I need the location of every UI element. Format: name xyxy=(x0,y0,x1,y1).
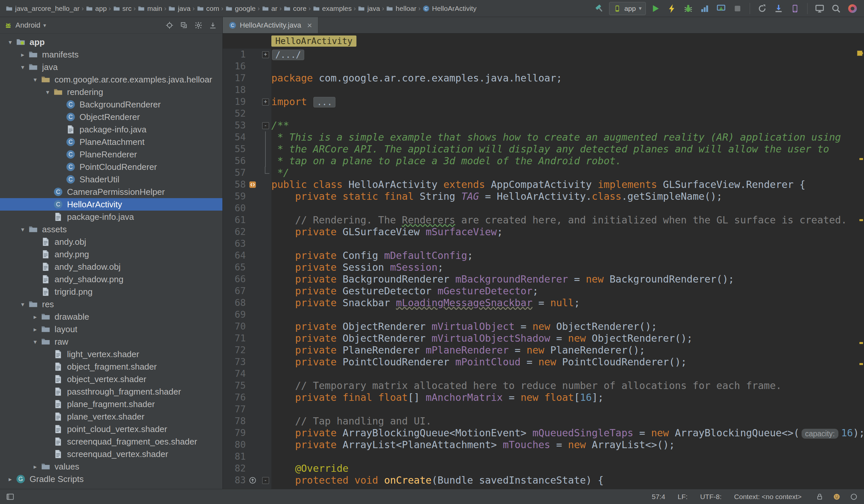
tab-close-icon[interactable] xyxy=(307,21,312,29)
code-line[interactable]: 67 private GestureDetector mGestureDetec… xyxy=(223,285,864,297)
code-text[interactable]: // Tap handling and UI. xyxy=(271,415,432,427)
device-monitor-icon[interactable] xyxy=(813,2,827,15)
toolwindow-toggle-icon[interactable] xyxy=(4,491,16,502)
line-number[interactable]: 59 xyxy=(223,191,246,202)
code-line[interactable]: 54 * This is a simple example that shows… xyxy=(223,131,864,143)
tree-item[interactable]: res xyxy=(0,298,223,311)
stop-icon[interactable] xyxy=(731,2,744,15)
code-text[interactable]: private Config mDefaultConfig; xyxy=(271,250,473,262)
breadcrumb-item[interactable]: java xyxy=(167,4,192,12)
expand-arrow-icon[interactable] xyxy=(17,51,28,59)
code-line[interactable]: 19import ... xyxy=(223,96,864,108)
code-text[interactable]: /.../ xyxy=(271,49,305,60)
code-text[interactable]: * tap on a plane to place a 3d model of … xyxy=(271,155,622,167)
code-text[interactable]: @Override xyxy=(271,463,349,475)
line-number[interactable]: 63 xyxy=(223,238,246,250)
code-line[interactable]: 68 private Snackbar mLoadingMessageSnack… xyxy=(223,297,864,309)
line-number[interactable]: 56 xyxy=(223,155,246,167)
line-number[interactable]: 78 xyxy=(223,415,246,427)
breadcrumb-current-class[interactable]: HelloArActivity xyxy=(271,35,357,47)
project-view-selector[interactable]: Android xyxy=(4,21,46,29)
code-line[interactable]: 52 xyxy=(223,108,864,120)
line-number[interactable]: 16 xyxy=(223,60,246,72)
code-text[interactable]: private static final String TAG = HelloA… xyxy=(271,191,722,202)
tree-item[interactable]: drawable xyxy=(0,311,223,323)
code-line[interactable]: 76 private final float[] mAnchorMatrix =… xyxy=(223,392,864,404)
breadcrumb-item[interactable]: src xyxy=(112,4,133,12)
line-number[interactable]: 73 xyxy=(223,356,246,368)
code-text[interactable]: * This is a simple example that shows ho… xyxy=(271,131,841,143)
code-line[interactable]: 66 private BackgroundRenderer mBackgroun… xyxy=(223,273,864,285)
line-number[interactable]: 1 xyxy=(223,49,246,60)
line-number[interactable]: 57 xyxy=(223,167,246,179)
code-line[interactable]: 73 private PointCloudRenderer mPointClou… xyxy=(223,356,864,368)
code-text[interactable]: private ArrayList<PlaneAttachment> mTouc… xyxy=(271,439,675,451)
expand-arrow-icon[interactable] xyxy=(29,338,41,346)
line-number[interactable]: 58 xyxy=(223,179,246,191)
tree-item[interactable]: package-info.java xyxy=(0,123,223,136)
expand-arrow-icon[interactable] xyxy=(29,76,41,83)
code-text[interactable]: private final float[] mAnchorMatrix = ne… xyxy=(271,392,604,404)
line-number[interactable]: 82 xyxy=(223,463,246,475)
fold-expand-icon[interactable] xyxy=(262,51,269,58)
code-text[interactable]: // Temporary matrix allocated here to re… xyxy=(271,380,781,392)
code-editor[interactable]: 1/.../1617package com.google.ar.core.exa… xyxy=(223,49,864,489)
tree-item[interactable]: screenquad_fragment_oes.shader xyxy=(0,435,223,448)
tree-item[interactable]: CPointCloudRenderer xyxy=(0,161,223,173)
tree-item[interactable]: CObjectRenderer xyxy=(0,111,223,123)
tree-item[interactable]: com.google.ar.core.examples.java.helloar xyxy=(0,73,223,86)
settings-gear-icon[interactable] xyxy=(193,20,204,31)
code-text[interactable]: private ArrayBlockingQueue<MotionEvent> … xyxy=(271,427,864,439)
code-line[interactable]: 71 private ObjectRenderer mVirtualObject… xyxy=(223,333,864,344)
encoding-indicator[interactable]: UTF-8: xyxy=(700,493,721,501)
tree-item[interactable]: light_vertex.shader xyxy=(0,348,223,360)
code-line[interactable]: 59 private static final String TAG = Hel… xyxy=(223,191,864,202)
code-line[interactable]: 64 private Config mDefaultConfig; xyxy=(223,250,864,262)
tree-item[interactable]: manifests xyxy=(0,48,223,61)
tree-item[interactable]: rendering xyxy=(0,86,223,98)
line-number[interactable]: 75 xyxy=(223,380,246,392)
fold-marker[interactable] xyxy=(260,167,271,179)
line-number[interactable]: 64 xyxy=(223,250,246,262)
breadcrumb-item[interactable]: main xyxy=(137,4,163,12)
sdk-manager-icon[interactable] xyxy=(772,2,785,15)
code-line[interactable]: 18 xyxy=(223,84,864,96)
line-number[interactable]: 80 xyxy=(223,439,246,451)
line-number[interactable]: 55 xyxy=(223,143,246,155)
stripe-mark[interactable] xyxy=(860,342,863,344)
code-line[interactable]: 58public class HelloArActivity extends A… xyxy=(223,179,864,191)
caret-position[interactable]: 57:4 xyxy=(652,493,665,501)
code-line[interactable]: 53/** xyxy=(223,120,864,131)
breadcrumb-item[interactable]: CHelloArActivity xyxy=(421,4,477,12)
code-line[interactable]: 75 // Temporary matrix allocated here to… xyxy=(223,380,864,392)
apply-changes-icon[interactable] xyxy=(665,2,679,15)
code-line[interactable]: 63 xyxy=(223,238,864,250)
tree-item[interactable]: andy.png xyxy=(0,248,223,261)
line-number[interactable]: 54 xyxy=(223,131,246,143)
tree-item[interactable]: app xyxy=(0,36,223,48)
fold-marker[interactable] xyxy=(260,120,271,131)
line-number[interactable]: 70 xyxy=(223,321,246,333)
code-line[interactable]: 78 // Tap handling and UI. xyxy=(223,415,864,427)
line-number[interactable]: 69 xyxy=(223,309,246,321)
status-circle-icon[interactable] xyxy=(848,491,860,502)
expand-arrow-icon[interactable] xyxy=(17,226,28,233)
tree-item[interactable]: trigrid.png xyxy=(0,286,223,298)
fold-marker[interactable] xyxy=(260,49,271,60)
code-text[interactable]: */ xyxy=(271,167,289,179)
line-number[interactable]: 52 xyxy=(223,108,246,120)
expand-arrow-icon[interactable] xyxy=(17,301,28,308)
breadcrumb-item[interactable]: core xyxy=(283,4,308,12)
code-line[interactable]: 83 protected void onCreate(Bundle savedI… xyxy=(223,475,864,486)
fold-collapse-icon[interactable] xyxy=(262,477,269,484)
line-number[interactable]: 79 xyxy=(223,427,246,439)
profile-circle-icon[interactable] xyxy=(845,2,860,15)
class-marker-icon[interactable] xyxy=(246,179,260,191)
fold-marker[interactable] xyxy=(260,131,271,143)
tree-item[interactable]: object_fragment.shader xyxy=(0,360,223,373)
line-number[interactable]: 74 xyxy=(223,368,246,380)
code-line[interactable]: 57 */ xyxy=(223,167,864,179)
expand-arrow-icon[interactable] xyxy=(17,63,28,71)
breadcrumb-item[interactable]: google xyxy=(224,4,256,12)
line-number[interactable]: 65 xyxy=(223,262,246,273)
